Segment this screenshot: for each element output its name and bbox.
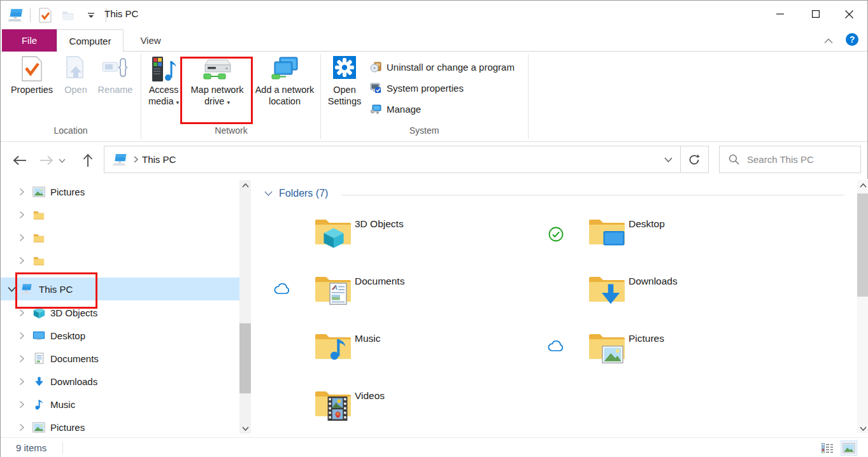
sync-complete-icon <box>548 226 564 243</box>
folder-tile-pictures[interactable]: Pictures <box>532 325 799 381</box>
recent-locations-dropdown-icon[interactable] <box>55 151 68 170</box>
dropdown-caret-icon: ▾ <box>227 99 230 106</box>
tree-item-folder[interactable] <box>1 203 239 226</box>
folder-tile-music[interactable]: Music <box>258 325 525 381</box>
tree-item-this-pc[interactable]: This PC <box>1 278 239 300</box>
uninstall-program-button[interactable]: Uninstall or change a program <box>370 60 515 74</box>
title-bar: This PC <box>1 1 867 29</box>
rename-button: Rename <box>92 56 138 95</box>
group-divider <box>341 195 844 195</box>
chevron-right-icon[interactable] <box>17 233 26 242</box>
chevron-down-icon[interactable] <box>7 285 16 293</box>
videos-folder-icon <box>315 388 352 422</box>
address-bar[interactable]: This PC <box>104 146 681 173</box>
tab-file[interactable]: File <box>2 29 57 52</box>
manage-button[interactable]: Manage <box>370 102 421 116</box>
ribbon-separator <box>320 54 321 139</box>
cloud-status-icon <box>548 341 564 357</box>
chevron-down-icon[interactable] <box>264 191 273 196</box>
uninstall-program-icon <box>370 61 381 73</box>
maximize-button[interactable] <box>801 1 830 27</box>
navigation-pane: Pictures This PC <box>1 179 239 437</box>
dropdown-caret-icon: ▾ <box>176 99 180 106</box>
up-icon[interactable] <box>78 151 97 170</box>
customize-toolbar-dropdown-icon[interactable] <box>83 7 99 24</box>
chevron-right-icon[interactable] <box>17 423 26 432</box>
chevron-right-icon[interactable] <box>17 187 26 196</box>
system-properties-button[interactable]: System properties <box>370 81 464 95</box>
music-icon <box>32 398 45 410</box>
tree-item-3d-objects[interactable]: 3D Objects <box>1 301 239 324</box>
pictures-folder-icon <box>588 330 625 365</box>
search-input[interactable] <box>747 154 849 165</box>
folder-tile-videos[interactable]: Videos <box>258 383 525 439</box>
system-properties-icon <box>370 82 381 94</box>
3d-objects-icon <box>32 307 45 318</box>
chevron-right-icon[interactable] <box>17 377 26 386</box>
ribbon: Properties Open Rename Location Access m… <box>1 52 867 142</box>
forward-icon <box>37 151 56 170</box>
tab-view[interactable]: View <box>124 29 178 52</box>
chevron-right-icon[interactable] <box>17 331 26 340</box>
open-button: Open <box>60 56 91 95</box>
this-pc-icon <box>7 7 24 24</box>
tree-item-music[interactable]: Music <box>1 393 239 416</box>
this-pc-icon <box>112 153 127 166</box>
chevron-right-icon[interactable] <box>17 256 26 265</box>
scrollbar-thumb[interactable] <box>857 193 868 297</box>
tree-item-folder[interactable] <box>1 226 239 249</box>
collapse-ribbon-icon[interactable] <box>822 34 836 47</box>
breadcrumb-chevron-icon[interactable] <box>134 156 138 163</box>
documents-icon <box>32 353 45 364</box>
refresh-icon[interactable] <box>680 146 709 173</box>
properties-icon <box>22 56 42 84</box>
chevron-right-icon[interactable] <box>17 210 26 219</box>
folder-tile-desktop[interactable]: Desktop <box>532 211 799 267</box>
chevron-right-icon[interactable] <box>17 308 26 317</box>
scroll-down-icon[interactable] <box>857 423 868 433</box>
content-area: Pictures This PC <box>1 179 868 437</box>
downloads-icon <box>32 376 45 387</box>
network-drive-icon <box>203 56 232 84</box>
scroll-up-icon[interactable] <box>239 180 251 190</box>
chevron-right-icon[interactable] <box>17 400 26 409</box>
ribbon-tab-strip: File Computer View ? <box>1 29 867 52</box>
tree-item-pictures[interactable]: Pictures <box>1 416 239 437</box>
search-box[interactable] <box>719 146 861 173</box>
details-view-icon[interactable] <box>819 440 836 456</box>
ribbon-separator <box>141 54 141 139</box>
properties-shortcut-icon[interactable] <box>37 7 53 24</box>
large-icons-view-icon[interactable] <box>841 440 857 456</box>
add-network-location-button[interactable]: Add a network location <box>253 56 317 107</box>
tree-item-folder[interactable] <box>1 249 239 272</box>
downloads-folder-icon <box>588 273 625 307</box>
folder-tile-documents[interactable]: A Documents <box>258 268 525 324</box>
pictures-icon <box>32 186 45 197</box>
address-dropdown-icon[interactable] <box>656 146 680 172</box>
properties-button[interactable]: Properties <box>8 56 55 95</box>
open-settings-button[interactable]: Open Settings <box>324 56 365 107</box>
chevron-right-icon[interactable] <box>17 354 26 363</box>
close-button[interactable] <box>834 1 864 27</box>
sidebar-scrollbar[interactable] <box>239 180 251 433</box>
scrollbar-thumb[interactable] <box>239 323 251 393</box>
scroll-up-icon[interactable] <box>857 180 868 190</box>
main-scrollbar[interactable] <box>857 180 868 433</box>
folders-group-header[interactable]: Folders (7) <box>264 188 328 199</box>
breadcrumb-this-pc[interactable]: This PC <box>142 154 176 165</box>
documents-folder-icon: A <box>315 273 352 307</box>
access-media-button[interactable]: Access media ▾ <box>143 56 184 108</box>
map-network-drive-button[interactable]: Map network drive ▾ <box>185 56 249 108</box>
tree-item-downloads[interactable]: Downloads <box>1 370 239 393</box>
back-icon[interactable] <box>10 151 29 170</box>
scroll-down-icon[interactable] <box>239 423 251 433</box>
minimize-button[interactable] <box>765 1 795 27</box>
new-folder-icon[interactable] <box>60 7 76 24</box>
folder-tile-downloads[interactable]: Downloads <box>532 268 799 324</box>
tree-item-pictures[interactable]: Pictures <box>1 180 239 203</box>
help-icon[interactable]: ? <box>846 33 858 46</box>
tree-item-desktop[interactable]: Desktop <box>1 324 239 347</box>
tree-item-documents[interactable]: Documents <box>1 347 239 370</box>
tab-computer[interactable]: Computer <box>57 29 124 52</box>
folder-tile-3d-objects[interactable]: 3D Objects <box>258 211 525 267</box>
